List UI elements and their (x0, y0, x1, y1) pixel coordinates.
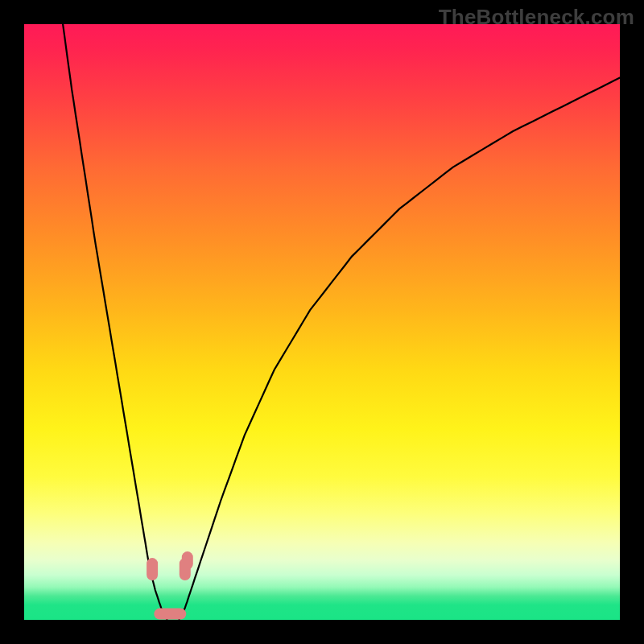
curve-path (63, 24, 620, 620)
right-blob (180, 558, 191, 580)
left-blob (147, 558, 158, 580)
watermark-text: TheBottleneck.com (439, 5, 634, 30)
plot-area (24, 24, 620, 620)
chart-outer: TheBottleneck.com (0, 0, 644, 644)
bottom-blob (154, 609, 186, 620)
curves-svg (24, 24, 620, 620)
